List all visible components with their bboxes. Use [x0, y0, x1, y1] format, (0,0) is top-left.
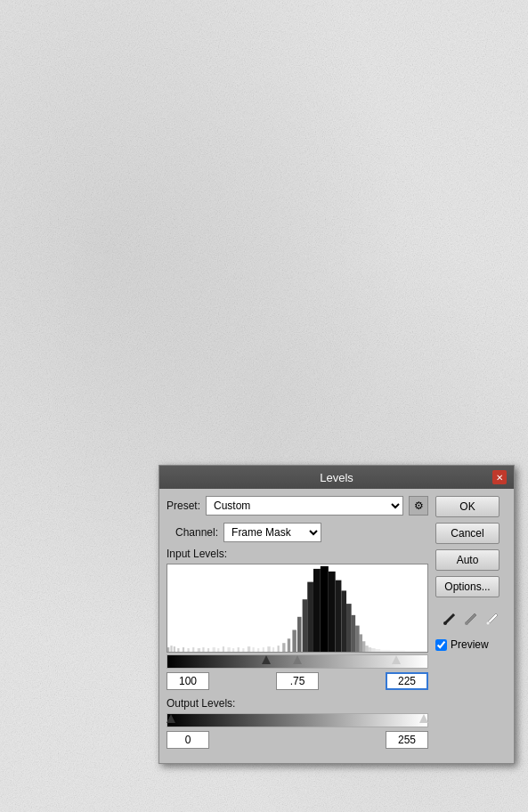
svg-rect-9 [202, 647, 204, 652]
svg-rect-17 [242, 648, 244, 652]
svg-rect-33 [329, 572, 336, 652]
svg-point-53 [486, 621, 490, 625]
svg-rect-47 [405, 651, 427, 652]
svg-rect-21 [263, 647, 264, 652]
svg-rect-37 [352, 615, 355, 652]
white-eyedropper-button[interactable] [483, 610, 501, 628]
levels-dialog: Levels ✕ Preset: Custom ⚙ Channel: [158, 465, 515, 764]
svg-rect-22 [267, 646, 270, 652]
svg-rect-35 [341, 590, 346, 652]
white-eyedropper-icon [485, 612, 500, 626]
svg-rect-45 [380, 650, 390, 652]
black-eyedropper-icon [443, 612, 457, 626]
svg-rect-12 [217, 648, 219, 652]
cancel-button[interactable]: Cancel [435, 523, 500, 544]
preset-row: Preset: Custom ⚙ [167, 496, 428, 516]
svg-rect-3 [174, 646, 175, 652]
svg-point-51 [465, 621, 468, 625]
close-button[interactable]: ✕ [492, 470, 507, 484]
svg-rect-10 [207, 648, 209, 652]
svg-rect-7 [192, 647, 194, 652]
channel-label: Channel: [175, 526, 218, 539]
black-eyedropper-button[interactable] [441, 610, 459, 628]
histogram-svg [167, 564, 427, 652]
output-min-field[interactable]: 0 [167, 731, 209, 749]
channel-select[interactable]: Frame Mask RGB Red Green Blue [223, 523, 321, 542]
channel-row: Channel: Frame Mask RGB Red Green Blue [175, 523, 428, 542]
gray-eyedropper-button[interactable] [462, 610, 480, 628]
svg-rect-8 [198, 648, 200, 652]
svg-rect-24 [278, 646, 280, 652]
svg-rect-25 [282, 643, 285, 652]
svg-rect-14 [227, 647, 230, 652]
svg-rect-46 [390, 650, 405, 652]
input-mid-field[interactable]: .75 [276, 672, 319, 690]
input-white-handle[interactable] [392, 655, 401, 664]
svg-rect-26 [288, 638, 290, 652]
svg-rect-27 [292, 630, 296, 653]
svg-rect-36 [346, 604, 352, 652]
output-levels-label: Output Levels: [167, 697, 428, 710]
svg-rect-16 [238, 647, 240, 652]
svg-rect-29 [303, 599, 308, 652]
channel-select-wrapper: Frame Mask RGB Red Green Blue [223, 523, 321, 542]
preset-label: Preset: [167, 499, 200, 512]
dialog-right-panel: OK Cancel Auto Options... [435, 496, 507, 756]
svg-rect-44 [376, 649, 381, 652]
dialog-left-panel: Preset: Custom ⚙ Channel: Frame Mask RGB… [167, 496, 428, 756]
svg-rect-2 [170, 646, 172, 652]
auto-button[interactable]: Auto [435, 549, 500, 571]
preset-gear-button[interactable]: ⚙ [409, 496, 428, 516]
svg-rect-43 [371, 648, 375, 652]
preset-select-wrapper: Custom [206, 496, 403, 516]
svg-rect-15 [232, 648, 234, 652]
output-levels-inputs: 0 255 [167, 731, 428, 749]
svg-rect-20 [257, 648, 259, 652]
svg-rect-19 [252, 647, 254, 652]
svg-rect-42 [369, 647, 371, 652]
svg-rect-6 [187, 648, 189, 652]
eyedropper-row [435, 610, 507, 628]
preview-row: Preview [435, 638, 507, 651]
input-min-field[interactable]: 100 [167, 672, 209, 690]
svg-rect-41 [365, 646, 368, 652]
svg-rect-30 [307, 582, 313, 652]
gray-eyedropper-icon [464, 612, 478, 626]
dialog-titlebar: Levels ✕ [159, 466, 514, 489]
svg-rect-23 [272, 647, 274, 652]
output-black-handle[interactable] [167, 714, 175, 723]
svg-rect-11 [213, 647, 215, 652]
output-max-field[interactable]: 255 [386, 731, 428, 749]
input-levels-label: Input Levels: [167, 548, 428, 560]
ok-button[interactable]: OK [435, 496, 500, 517]
svg-rect-4 [177, 648, 179, 652]
dialog-title: Levels [181, 471, 492, 484]
output-gradient-bar [167, 713, 428, 727]
svg-rect-1 [167, 647, 169, 652]
svg-rect-28 [297, 617, 301, 652]
svg-rect-39 [360, 634, 362, 652]
input-gray-handle[interactable] [293, 655, 302, 664]
preview-checkbox[interactable] [435, 639, 447, 651]
preview-label: Preview [451, 638, 489, 651]
preset-select[interactable]: Custom [206, 496, 403, 516]
svg-rect-18 [248, 646, 250, 652]
svg-rect-34 [336, 581, 342, 652]
svg-rect-13 [223, 646, 224, 652]
svg-rect-31 [313, 569, 321, 652]
input-max-field[interactable]: 225 [386, 672, 428, 690]
svg-rect-38 [355, 626, 359, 652]
dialog-body: Preset: Custom ⚙ Channel: Frame Mask RGB… [159, 489, 514, 763]
input-black-handle[interactable] [262, 655, 271, 664]
svg-rect-40 [362, 641, 365, 652]
svg-point-49 [443, 621, 447, 625]
input-levels-inputs: 100 .75 225 [167, 672, 428, 690]
svg-rect-32 [321, 566, 329, 652]
input-slider-gradient [167, 654, 428, 669]
histogram-container [167, 564, 428, 653]
options-button[interactable]: Options... [435, 576, 500, 597]
output-white-handle[interactable] [419, 714, 428, 723]
svg-rect-5 [183, 647, 184, 652]
